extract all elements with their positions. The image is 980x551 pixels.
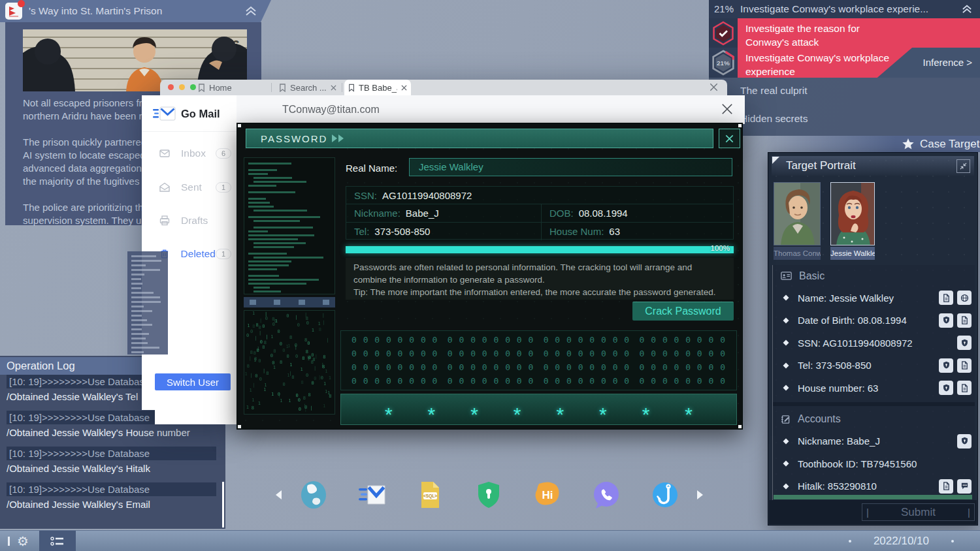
corner-handle[interactable] xyxy=(238,124,241,127)
matrix-glyph: 0 xyxy=(299,407,301,412)
tab-tb-babe-j[interactable]: TB Babe_J xyxy=(344,80,411,95)
portrait-name-label[interactable]: Jessie Walkley xyxy=(830,247,875,260)
expand-icon[interactable] xyxy=(956,159,970,173)
close-light[interactable] xyxy=(168,84,174,90)
matrix-glyph: 8 xyxy=(266,371,269,376)
log-scrollbar[interactable] xyxy=(222,482,224,527)
switch-user-button[interactable]: Switch User xyxy=(155,373,231,390)
task-sub-item[interactable]: Hidden secrets xyxy=(740,113,808,125)
matrix-glyph: 0 xyxy=(278,329,280,334)
document-icon-button[interactable] xyxy=(957,381,972,395)
target-info-text: SSN: AG10119940808972 xyxy=(798,338,957,349)
dock-browser-icon[interactable] xyxy=(299,480,329,510)
dock-left-arrow-icon[interactable] xyxy=(274,490,282,500)
settings-gear-icon[interactable]: ⚙ xyxy=(17,531,29,551)
matrix-glyph: 1 xyxy=(286,344,288,349)
dob-field[interactable]: DOB:08.08.1994 xyxy=(542,204,733,221)
mask-char: * xyxy=(428,411,436,418)
shield-icon-button[interactable] xyxy=(957,336,972,350)
dock-hi-chat-icon[interactable]: Hi xyxy=(532,480,563,510)
mail-account-address: TConway@titan.com xyxy=(282,95,380,123)
real-name-input[interactable]: Jessie Walkley xyxy=(409,158,732,176)
target-info-row: House number: 63 xyxy=(773,377,975,400)
dock-sql-icon[interactable]: <SQL> xyxy=(415,480,445,510)
collapse-chevron-icon[interactable] xyxy=(245,6,257,16)
dock-phone-icon[interactable] xyxy=(591,480,621,510)
code-line xyxy=(248,216,320,218)
matrix-glyph: 8 xyxy=(306,349,308,354)
tel-field[interactable]: Tel:373-508-850 xyxy=(346,223,542,240)
row-action-icons xyxy=(939,358,972,373)
folder-drafts[interactable]: Drafts xyxy=(142,212,237,229)
tab-search[interactable]: Search ... xyxy=(275,80,340,95)
tab-home[interactable]: Home xyxy=(194,80,270,95)
task-sub-item[interactable]: The real culprit xyxy=(740,85,808,97)
password-tool-close-icon[interactable] xyxy=(719,129,740,148)
target-info-text: Hitalk: 853290810 xyxy=(798,480,939,492)
dock-password-keeper-icon[interactable] xyxy=(474,480,504,510)
zeros-row: 0 0 0 0 0 0 0 00 0 0 0 0 0 0 00 0 0 0 0 … xyxy=(351,376,726,390)
ghost-text-line xyxy=(131,264,146,266)
document-icon-button[interactable] xyxy=(939,479,953,494)
ghost-text-line xyxy=(131,278,141,280)
horizontal-scrollbar[interactable] xyxy=(774,495,972,499)
inference-link[interactable]: Inference > xyxy=(923,55,972,69)
shield-icon-button[interactable] xyxy=(957,434,972,449)
dock-right-arrow-icon[interactable] xyxy=(696,490,704,500)
case-target-panel: Target Portrait xyxy=(768,152,978,526)
mask-char: * xyxy=(642,411,650,418)
traffic-lights[interactable] xyxy=(168,84,196,90)
dock-hook-tool-icon[interactable] xyxy=(650,480,680,510)
zeros-group: 0 0 0 0 0 0 0 0 xyxy=(544,376,630,390)
task-row-completed[interactable]: Investigate the reason for Conway's atta… xyxy=(709,18,980,48)
browser-tabbar: Home Search ... TB Babe_J xyxy=(160,80,727,95)
bookmark-icon xyxy=(198,84,205,92)
zeros-group: 0 0 0 0 0 0 0 0 xyxy=(544,335,630,349)
tab-close-icon[interactable] xyxy=(331,85,336,91)
password-tool-titlebar[interactable]: PASSWORD xyxy=(246,129,713,148)
corner-handle[interactable] xyxy=(738,425,742,428)
matrix-glyph: 0 xyxy=(287,354,289,359)
row-action-icons xyxy=(939,291,972,305)
corner-handle[interactable] xyxy=(738,124,742,127)
folder-inbox[interactable]: Inbox6 xyxy=(142,145,237,162)
portrait-jessie-walkley[interactable] xyxy=(830,182,875,245)
window-close-icon[interactable] xyxy=(710,83,718,91)
portrait-thomas-conway[interactable] xyxy=(774,182,821,245)
collapse-chevron-icon[interactable] xyxy=(962,5,972,14)
portrait-name-label[interactable]: Thomas Conway xyxy=(774,247,821,260)
house-field[interactable]: House Num:63 xyxy=(542,223,733,240)
log-result: /Obtained Jessie Walkley's Email xyxy=(7,499,216,510)
submit-button[interactable]: | Submit | xyxy=(862,503,975,521)
mail-close-icon[interactable] xyxy=(721,103,733,115)
folder-sent[interactable]: Sent1 xyxy=(142,179,237,196)
matrix-glyph: 8 xyxy=(302,356,304,361)
matrix-glyph: 0 xyxy=(306,373,308,378)
chat-icon-button[interactable] xyxy=(957,479,972,494)
nickname-field[interactable]: Nickname:Babe_J xyxy=(346,204,542,221)
crack-password-button[interactable]: Crack Password xyxy=(632,302,734,321)
minimize-light[interactable] xyxy=(179,84,185,90)
shield-icon-button[interactable] xyxy=(939,358,953,373)
matrix-glyph: 0 xyxy=(246,333,249,338)
dock-go-mail-icon[interactable] xyxy=(357,480,387,510)
system-date[interactable]: 2022/10/10 xyxy=(849,531,954,551)
ghost-text-line xyxy=(131,319,147,321)
task-row-active[interactable]: 21% Investigate Conway's workplace exper… xyxy=(709,48,980,78)
document-icon-button[interactable] xyxy=(957,313,972,328)
ssn-field[interactable]: SSN:AG10119940808972 xyxy=(346,187,733,204)
target-portrait-header[interactable]: Target Portrait xyxy=(772,156,974,176)
matrix-glyph: 0 xyxy=(283,382,286,387)
globe-icon-button[interactable] xyxy=(957,291,972,305)
shield-icon-button[interactable] xyxy=(939,313,953,328)
task-list-button[interactable] xyxy=(39,531,76,551)
tab-close-icon[interactable] xyxy=(401,85,407,91)
target-info-row: Toothbook ID: TB79451560 xyxy=(773,452,975,475)
shield-icon-button[interactable] xyxy=(939,381,953,395)
task-panel-titlebar[interactable]: 21% Investigate Conway's workplace exper… xyxy=(709,0,980,18)
corner-handle[interactable] xyxy=(238,425,241,428)
matrix-glyph: 0 xyxy=(298,398,301,403)
document-icon-button[interactable] xyxy=(957,358,972,373)
matrix-glyph: 8 xyxy=(273,349,276,354)
document-icon-button[interactable] xyxy=(939,291,953,305)
